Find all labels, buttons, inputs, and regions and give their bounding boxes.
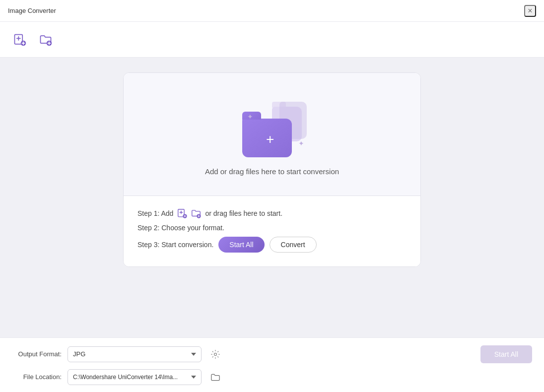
add-file-toolbar-button[interactable]	[10, 30, 30, 50]
step-1-suffix: or drag files here to start.	[205, 209, 282, 217]
output-format-row: Output Format: JPG PNG BMP TIFF GIF WEBP…	[12, 345, 532, 363]
output-format-label: Output Format:	[12, 350, 62, 358]
bottom-right-area: Start All	[480, 345, 532, 363]
drop-zone-card[interactable]: + ✦ ✦ Add or drag files here to start co…	[123, 72, 421, 267]
file-location-select[interactable]: C:\Wondershare UniConverter 14\Ima...	[68, 369, 202, 385]
format-settings-button[interactable]	[207, 346, 223, 362]
step1-add-folder-icon	[190, 208, 202, 219]
title-bar-left: Image Converter	[8, 7, 56, 14]
step-3-text: Step 3: Start conversion.	[137, 241, 213, 249]
output-format-select[interactable]: JPG PNG BMP TIFF GIF WEBP	[68, 346, 202, 362]
steps-section: Step 1: Add	[124, 196, 420, 266]
step-1-row: Step 1: Add	[137, 208, 407, 219]
browse-folder-icon	[210, 373, 220, 382]
bottom-bar: Output Format: JPG PNG BMP TIFF GIF WEBP…	[0, 337, 544, 392]
title-bar: Image Converter ×	[0, 0, 544, 22]
folder-main: +	[242, 119, 292, 157]
folder-plus-sign: +	[266, 132, 274, 146]
file-location-label: File Location:	[12, 373, 62, 381]
add-folder-toolbar-button[interactable]	[36, 30, 56, 50]
close-button[interactable]: ×	[524, 5, 536, 17]
browse-folder-button[interactable]	[207, 369, 223, 385]
step1-add-file-icon	[176, 208, 188, 219]
add-file-icon	[13, 33, 27, 47]
step-3-row: Step 3: Start conversion. Start All Conv…	[137, 237, 407, 253]
file-location-row: File Location: C:\Wondershare UniConvert…	[12, 369, 532, 385]
step-2-text: Step 2: Choose your format.	[137, 224, 224, 232]
toolbar	[0, 22, 544, 58]
sparkle-decoration-2: ✦	[298, 139, 304, 147]
step-1-icons	[176, 208, 202, 219]
main-content: + ✦ ✦ Add or drag files here to start co…	[0, 58, 544, 337]
start-all-button[interactable]: Start All	[218, 237, 264, 253]
convert-button[interactable]: Convert	[270, 237, 317, 253]
start-all-bottom-button[interactable]: Start All	[480, 345, 532, 363]
sparkle-decoration-1: ✦	[247, 113, 253, 121]
add-folder-icon	[39, 33, 53, 47]
app-title: Image Converter	[8, 7, 56, 14]
folder-illustration: + ✦ ✦	[237, 98, 307, 157]
svg-point-18	[214, 353, 217, 355]
step-1-text: Step 1: Add	[137, 209, 173, 217]
drop-zone-upper[interactable]: + ✦ ✦ Add or drag files here to start co…	[124, 73, 420, 196]
settings-gear-icon	[210, 349, 220, 359]
step-2-row: Step 2: Choose your format.	[137, 224, 407, 232]
drop-zone-text: Add or drag files here to start conversi…	[205, 167, 339, 176]
